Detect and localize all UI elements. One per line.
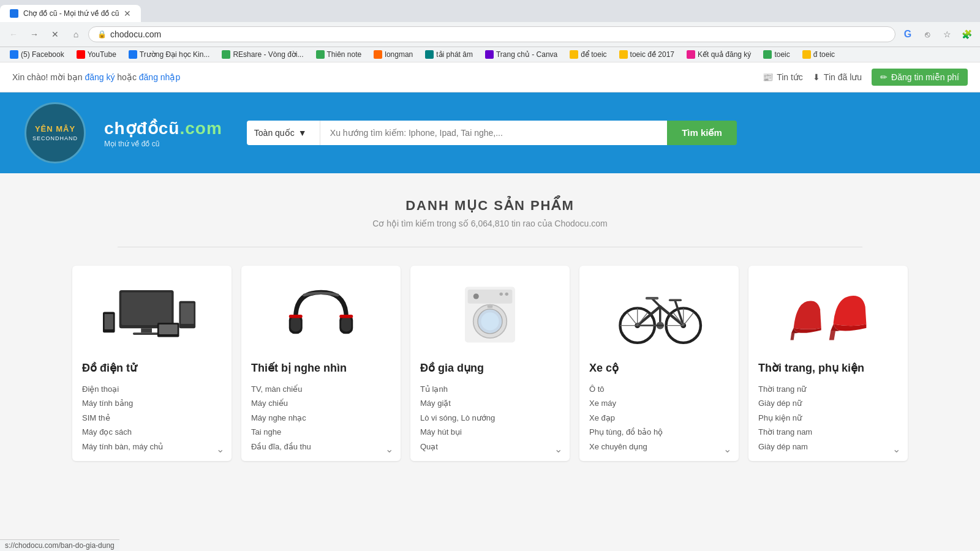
bookmark-result[interactable]: Kết quả đăng ký bbox=[682, 49, 756, 60]
list-item: Quạt bbox=[420, 440, 560, 454]
appliance-items: Tủ lạnh Máy giặt Lò vi sóng, Lò nướng Má… bbox=[420, 382, 560, 454]
browser-chrome: Chợ đồ cũ - Mọi thứ về đồ cũ ✕ ← → ✕ ⌂ 🔒… bbox=[0, 0, 980, 62]
google-icon[interactable]: G bbox=[899, 26, 916, 43]
expand-icon[interactable]: ⌄ bbox=[216, 443, 224, 455]
list-item: SIM thẻ bbox=[82, 411, 222, 425]
audio-name: Thiết bị nghe nhìn bbox=[251, 361, 391, 375]
url-text: chodocu.com bbox=[110, 29, 886, 39]
toeic2-favicon bbox=[619, 50, 628, 59]
bookmark-university[interactable]: Trường Đại học Kin... bbox=[124, 49, 215, 60]
extensions-button[interactable]: 🧩 bbox=[958, 26, 975, 43]
home-button[interactable]: ⌂ bbox=[67, 26, 85, 43]
list-item: Xe chuyên dụng bbox=[589, 440, 729, 454]
category-vehicles[interactable]: Xe cộ Ô tô Xe máy Xe đạp Phụ tùng, đồ bả… bbox=[579, 266, 739, 461]
saved-button[interactable]: ⬇ Tin đã lưu bbox=[813, 72, 862, 82]
address-bar[interactable]: 🔒 chodocu.com bbox=[88, 26, 895, 42]
bookmark-label: longman bbox=[385, 50, 413, 59]
phatam-favicon bbox=[425, 50, 434, 59]
tab-close-icon[interactable]: ✕ bbox=[124, 9, 131, 18]
site-tagline: Mọi thứ về đồ cũ bbox=[104, 140, 159, 148]
expand-icon[interactable]: ⌄ bbox=[723, 443, 731, 455]
list-item: Giày dép nữ bbox=[758, 396, 898, 410]
bookmark-longman[interactable]: longman bbox=[369, 49, 418, 60]
logo-sub-text: SECONDHAND bbox=[32, 135, 78, 141]
category-grid: Đồ điện tử Điện thoại Máy tính bảng SIM … bbox=[24, 266, 956, 461]
website: Xin chào! mời bạn đăng ký hoặc đăng nhập… bbox=[0, 62, 980, 498]
expand-icon[interactable]: ⌄ bbox=[554, 443, 562, 455]
svg-point-18 bbox=[473, 293, 479, 299]
bookmark-toeic3[interactable]: toeic bbox=[758, 49, 794, 60]
bookmark-label: toeic bbox=[774, 50, 790, 59]
category-fashion[interactable]: Thời trang, phụ kiện Thời trang nữ Giày … bbox=[748, 266, 908, 461]
browser-actions: G ⎋ ☆ 🧩 bbox=[899, 26, 975, 43]
catalog-subtitle: Cơ hội tìm kiếm trong số 6,064,810 tin r… bbox=[24, 219, 956, 228]
bookmark-facebook[interactable]: (5) Facebook bbox=[5, 49, 69, 60]
expand-icon[interactable]: ⌄ bbox=[385, 443, 393, 455]
category-electronics[interactable]: Đồ điện tử Điện thoại Máy tính bảng SIM … bbox=[72, 266, 232, 461]
list-item: Máy nghe nhạc bbox=[251, 411, 391, 425]
svg-line-33 bbox=[652, 299, 660, 307]
expand-icon[interactable]: ⌄ bbox=[892, 443, 900, 455]
search-button[interactable]: Tìm kiếm bbox=[667, 121, 737, 145]
audio-svg bbox=[284, 281, 358, 348]
toeic1-favicon bbox=[570, 50, 578, 59]
logo-suffix: .com bbox=[179, 119, 222, 138]
list-item: Giày dép nam bbox=[758, 440, 898, 454]
bookmark-label: (5) Facebook bbox=[21, 50, 64, 59]
appliance-svg bbox=[459, 281, 521, 348]
search-input[interactable] bbox=[320, 121, 667, 145]
list-item: Ô tô bbox=[589, 382, 729, 396]
browser-tabs: Chợ đồ cũ - Mọi thứ về đồ cũ ✕ bbox=[0, 0, 980, 22]
svg-point-19 bbox=[499, 293, 502, 296]
svg-rect-9 bbox=[159, 324, 178, 334]
svg-rect-7 bbox=[105, 314, 113, 329]
svg-rect-5 bbox=[181, 303, 194, 324]
toeic4-favicon bbox=[802, 50, 811, 59]
svg-point-23 bbox=[481, 312, 499, 330]
forward-button[interactable]: → bbox=[26, 26, 43, 43]
bookmark-thiennote[interactable]: Thiên note bbox=[311, 49, 367, 60]
bookmark-toeic4[interactable]: đ toeic bbox=[797, 49, 840, 60]
bookmark-toeic2[interactable]: toeic đề 2017 bbox=[614, 49, 679, 60]
bookmark-toeic1[interactable]: để toeic bbox=[565, 49, 611, 60]
bookmark-button[interactable]: ☆ bbox=[938, 26, 956, 43]
bookmark-canva[interactable]: Trang chủ - Canva bbox=[480, 49, 562, 60]
bookmark-label: Thiên note bbox=[327, 50, 362, 59]
catalog-title: DANH MỤC SẢN PHẨM bbox=[24, 198, 956, 214]
notification-bar: Xin chào! mời bạn đăng ký hoặc đăng nhập… bbox=[0, 62, 980, 92]
toeic3-favicon bbox=[763, 50, 772, 59]
category-appliances[interactable]: Đồ gia dụng Tủ lạnh Máy giặt Lò vi sóng,… bbox=[410, 266, 570, 461]
bookmark-youtube[interactable]: YouTube bbox=[72, 49, 121, 60]
svg-line-46 bbox=[684, 312, 694, 325]
back-button[interactable]: ← bbox=[5, 26, 22, 43]
site-header: YÊN MÂY SECONDHAND chợđồcũ.com Mọi thứ v… bbox=[0, 92, 980, 173]
reshare-favicon bbox=[222, 50, 230, 59]
category-audio[interactable]: Thiết bị nghe nhìn TV, màn chiếu Máy chi… bbox=[241, 266, 401, 461]
fashion-svg bbox=[788, 281, 868, 348]
bookmark-phatam[interactable]: tải phát âm bbox=[420, 49, 478, 60]
share-button[interactable]: ⎋ bbox=[919, 26, 936, 43]
news-button[interactable]: 📰 Tin tức bbox=[763, 72, 803, 82]
tab-favicon bbox=[10, 9, 18, 18]
bookmark-reshare[interactable]: REshare - Vòng đời... bbox=[217, 49, 308, 60]
post-button[interactable]: ✏ Đăng tin miễn phí bbox=[872, 69, 968, 86]
location-selector[interactable]: Toàn quốc ▼ bbox=[247, 121, 320, 145]
svg-rect-24 bbox=[487, 305, 492, 309]
list-item: Máy đọc sách bbox=[82, 425, 222, 439]
pencil-icon: ✏ bbox=[880, 72, 888, 82]
register-link[interactable]: đăng ký bbox=[85, 72, 115, 82]
appliance-image bbox=[420, 278, 560, 351]
list-item: Máy hút bụi bbox=[420, 425, 560, 439]
reload-button[interactable]: ✕ bbox=[47, 26, 64, 43]
login-link[interactable]: đăng nhập bbox=[139, 72, 180, 82]
electronics-image bbox=[82, 278, 222, 351]
bookmark-label: REshare - Vòng đời... bbox=[233, 50, 303, 59]
list-item: Điện thoại bbox=[82, 382, 222, 396]
list-item: Phụ kiện nữ bbox=[758, 411, 898, 425]
list-item: Thời trang nữ bbox=[758, 382, 898, 396]
active-tab[interactable]: Chợ đồ cũ - Mọi thứ về đồ cũ ✕ bbox=[0, 5, 141, 22]
site-logo-text[interactable]: chợđồcũ.com bbox=[104, 118, 222, 138]
logo-circle[interactable]: YÊN MÂY SECONDHAND bbox=[24, 102, 86, 163]
logo-prefix: chợ bbox=[104, 119, 137, 138]
svg-rect-15 bbox=[339, 315, 353, 318]
